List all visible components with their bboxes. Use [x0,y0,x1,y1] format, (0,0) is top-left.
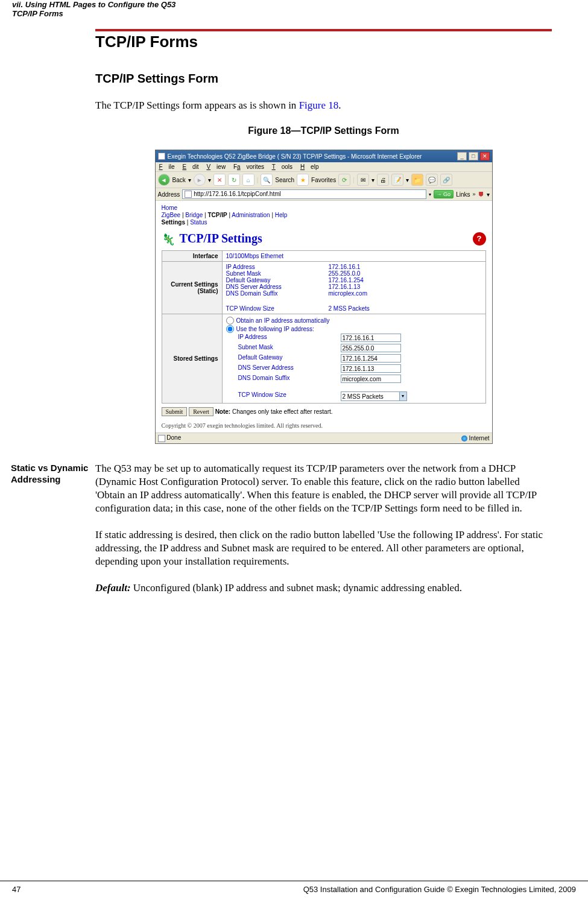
mail-button[interactable]: ✉ [357,174,369,186]
cur-dns-v: 172.16.1.13 [329,283,361,290]
header-section: vii. Using HTML Pages to Configure the Q… [12,0,576,9]
status-zone: Internet [469,435,490,442]
tcp-window-select[interactable]: 2 MSS Packets▾ [341,391,407,401]
nav-home[interactable]: Home [162,204,486,211]
print-button[interactable]: 🖨 [377,174,389,186]
home-button[interactable]: ⌂ [242,174,254,186]
menu-file[interactable]: File [159,163,175,170]
cur-tcp-v: 2 MSS Packets [329,305,370,312]
minimize-button[interactable]: _ [457,152,467,160]
favorites-icon[interactable]: ★ [297,174,309,186]
ie-title-bar: Exegin Technologies Q52 ZigBee Bridge ( … [156,150,492,162]
history-button[interactable]: ⟳ [338,174,350,186]
menu-view[interactable]: View [206,163,226,170]
cur-suf-v: microplex.com [329,290,367,297]
section-title: TCP/IP Forms [95,33,552,51]
cur-suf-k: DNS Domain Suffix [226,290,329,297]
nav-zigbee[interactable]: ZigBee [162,212,181,218]
intro-post: . [338,100,341,111]
nav-admin[interactable]: Administration [232,212,270,218]
logo-icon: 🦎 [162,233,176,245]
page-footer: 47 Q53 Installation and Configuration Gu… [0,881,588,894]
stored-settings-cell: Obtain an IP address automatically Use t… [222,314,485,404]
ie-window: Exegin Technologies Q52 ZigBee Bridge ( … [155,150,493,444]
cur-tcp-k: TCP Window Size [226,305,329,312]
cur-ip-v: 172.16.16.1 [329,264,361,270]
folder-button[interactable]: 📁 [411,174,423,186]
section-rule [95,29,552,31]
ie-window-title: Exegin Technologies Q52 ZigBee Bridge ( … [168,153,422,160]
figure-reference-link[interactable]: Figure 18 [299,100,339,111]
maximize-button[interactable]: □ [469,152,478,160]
dns-input[interactable]: 172.16.1.13 [341,364,401,373]
paragraph-2: If static addressing is desired, then cl… [95,528,552,568]
research-button[interactable]: 🔗 [440,174,452,186]
menu-favorites[interactable]: Favorites [233,163,264,170]
edit-button[interactable]: 📝 [391,174,403,186]
nav-tcpip[interactable]: TCP/IP [207,212,227,218]
close-button[interactable]: ✕ [480,152,490,160]
security-icon[interactable]: ⛊ [478,191,484,198]
default-paragraph: Default: Unconfigured (blank) IP address… [95,581,552,595]
default-text: Unconfigured (blank) IP address and subn… [131,582,462,594]
ip-input[interactable]: 172.16.16.1 [341,334,401,342]
address-url: http://172.16.16.1/tcpipConf.html [194,191,281,197]
s-suf-k: DNS Domain Suffix [238,375,341,383]
radio-auto[interactable]: Obtain an IP address automatically [226,317,482,325]
cur-mask-k: Subnet Mask [226,270,329,277]
page-body: Home ZigBee | Bridge | TCP/IP | Administ… [156,201,492,432]
address-label: Address [158,191,180,198]
go-button[interactable]: → Go [434,190,454,198]
footer-text: Q53 Installation and Configuration Guide… [303,885,576,894]
nav-bridge[interactable]: Bridge [185,212,203,218]
interface-label: Interface [162,251,222,262]
revert-button[interactable]: Revert [189,407,213,416]
note-label: Note: [215,408,231,415]
copyright: Copyright © 2007 exegin technologies lim… [162,422,486,429]
stop-button[interactable]: ✕ [213,174,226,186]
cur-gw-k: Default Gateway [226,277,329,283]
ie-menu-bar: File Edit View Favorites Tools Help [156,162,492,172]
help-icon[interactable]: ? [473,232,486,245]
nav-status[interactable]: Status [190,219,207,226]
back-button[interactable]: ◄ [158,174,170,186]
side-heading: Static vs Dynamic Addressing [11,462,89,486]
ie-page-icon [158,153,165,160]
page-title: TCP/IP Settings [180,232,262,245]
radio-static-label: Use the following IP address: [236,326,314,332]
address-input[interactable]: http://172.16.16.1/tcpipConf.html [182,189,426,199]
radio-static[interactable]: Use the following IP address: [226,325,482,333]
mask-input[interactable]: 255.255.0.0 [341,344,401,352]
gw-input[interactable]: 172.16.1.254 [341,354,401,363]
links-label[interactable]: Links [456,191,470,198]
discuss-button[interactable]: 💬 [426,174,438,186]
interface-value: 10/100Mbps Ethernet [222,251,485,262]
search-icon[interactable]: 🔍 [261,174,273,186]
cur-gw-v: 172.16.1.254 [329,277,364,283]
nav-settings[interactable]: Settings [162,219,185,226]
s-tcp-k: TCP Window Size [238,391,341,401]
default-label: Default: [95,582,131,594]
suffix-input[interactable]: microplex.com [341,375,401,383]
settings-table: Interface 10/100Mbps Ethernet Current Se… [162,250,486,404]
menu-tools[interactable]: Tools [272,163,292,170]
favorites-label: Favorites [311,177,336,183]
current-settings-cell: IP Address172.16.16.1 Subnet Mask255.255… [222,262,485,314]
page-number: 47 [12,885,21,894]
search-label: Search [275,177,294,183]
forward-button[interactable]: ► [194,174,206,186]
s-gw-k: Default Gateway [238,354,341,363]
s-mask-k: Subnet Mask [238,344,341,352]
nav-help[interactable]: Help [275,212,288,218]
menu-edit[interactable]: Edit [182,163,198,170]
menu-help[interactable]: Help [300,163,319,170]
figure-caption: Figure 18—TCP/IP Settings Form [95,125,552,136]
figure-screenshot: Exegin Technologies Q52 ZigBee Bridge ( … [155,150,493,444]
refresh-button[interactable]: ↻ [228,174,240,186]
cur-mask-v: 255.255.0.0 [329,270,361,277]
internet-zone-icon [461,435,467,442]
nav-row-1: ZigBee | Bridge | TCP/IP | Administratio… [162,212,486,218]
ie-address-bar: Address http://172.16.16.1/tcpipConf.htm… [156,188,492,201]
current-settings-label: Current Settings (Static) [162,262,222,314]
submit-button[interactable]: Submit [162,407,188,416]
